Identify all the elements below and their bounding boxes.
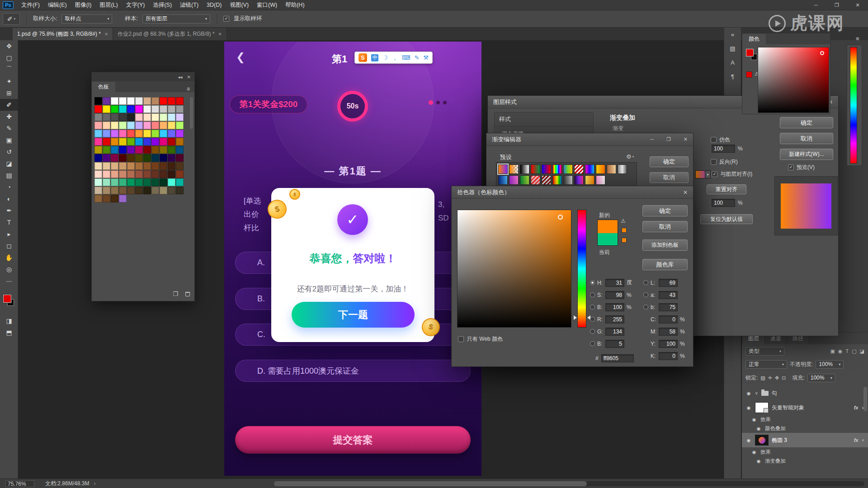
swatch-6-10[interactable]: [176, 146, 184, 154]
swatch-8-0[interactable]: [94, 162, 102, 170]
web-color-swatch[interactable]: [622, 238, 627, 243]
current-tool-button[interactable]: ✐ ▾: [3, 13, 20, 25]
swatch-11-8[interactable]: [160, 187, 167, 194]
swatch-4-5[interactable]: [135, 130, 143, 137]
tool-more-tools[interactable]: ⋯: [0, 275, 18, 287]
menu-item-3D(D)[interactable]: 3D(D): [203, 0, 226, 10]
swatch-10-1[interactable]: [103, 178, 110, 186]
swatch-6-6[interactable]: [143, 146, 151, 154]
tool-hand[interactable]: ✋: [0, 252, 18, 263]
swatch-3-7[interactable]: [151, 122, 159, 129]
red-radio[interactable]: [590, 317, 595, 322]
ime-toolbar[interactable]: S 中☽，⌨✎⚒: [354, 52, 433, 64]
layer-filter-dropdown[interactable]: 类型 ▾: [745, 347, 784, 356]
swatch-12-3[interactable]: [119, 195, 127, 202]
swatch-3-8[interactable]: [160, 122, 167, 129]
sample-size-dropdown[interactable]: 取样点 ▾: [61, 14, 112, 23]
window-maximize-button[interactable]: ❐: [826, 0, 847, 10]
lock-image-icon[interactable]: ✛: [768, 375, 772, 381]
gradient-preset-1[interactable]: [498, 164, 508, 174]
swatch-0-4[interactable]: [127, 97, 135, 105]
swatch-8-6[interactable]: [143, 162, 151, 170]
swatch-11-7[interactable]: [151, 187, 159, 194]
add-to-swatches-button[interactable]: 添加到色板: [642, 239, 688, 251]
swatch-6-3[interactable]: [119, 146, 127, 154]
swatch-12-0[interactable]: [94, 195, 102, 202]
swatch-7-0[interactable]: [94, 154, 102, 162]
swatch-12-2[interactable]: [111, 195, 118, 202]
field-lab-l[interactable]: 69: [659, 279, 678, 287]
visibility-eye-icon[interactable]: ◉: [745, 438, 752, 443]
tool-type[interactable]: T: [0, 216, 18, 228]
swatch-2-2[interactable]: [111, 113, 118, 121]
swatch-5-9[interactable]: [168, 138, 175, 145]
swatch-0-10[interactable]: [176, 97, 184, 105]
zoom-level-field[interactable]: 75.76%: [5, 480, 34, 487]
gradient-swatch[interactable]: ▾: [695, 170, 711, 178]
lab-l-radio[interactable]: [643, 280, 648, 285]
swatch-4-3[interactable]: [119, 130, 127, 137]
swatch-7-3[interactable]: [119, 154, 127, 162]
menu-item-文件(F)[interactable]: 文件(F): [17, 0, 44, 10]
swatch-2-9[interactable]: [168, 113, 175, 121]
tool-clone-stamp[interactable]: ▣: [0, 134, 18, 146]
dialog-titlebar[interactable]: 拾色器（色标颜色） ✕: [452, 186, 693, 199]
swatch-2-1[interactable]: [103, 113, 110, 121]
swatch-4-10[interactable]: [176, 130, 184, 137]
panel-menu-icon[interactable]: ≡: [182, 86, 194, 92]
menu-item-文字(Y)[interactable]: 文字(Y): [122, 0, 149, 10]
layer-row-效果[interactable]: ◉效果: [742, 447, 868, 456]
swatch-5-0[interactable]: [94, 138, 102, 145]
saturation-radio[interactable]: [590, 292, 595, 297]
visibility-eye-icon[interactable]: ◉: [755, 459, 762, 464]
swatch-8-7[interactable]: [151, 162, 159, 170]
swatch-0-5[interactable]: [135, 97, 143, 105]
swatch-3-10[interactable]: [176, 122, 184, 129]
menu-item-图像(I)[interactable]: 图像(I): [71, 0, 96, 10]
swatch-4-8[interactable]: [160, 130, 167, 137]
tool-path-select[interactable]: ▸: [0, 228, 18, 240]
hex-field[interactable]: ff8605: [601, 354, 634, 362]
blend-mode-dropdown[interactable]: 正常 ▾: [745, 360, 787, 369]
swatch-8-9[interactable]: [168, 162, 175, 170]
swatch-9-9[interactable]: [168, 170, 175, 178]
swatch-5-6[interactable]: [143, 138, 151, 145]
preview-checkbox[interactable]: ✓: [788, 164, 794, 170]
show-sampling-ring-checkbox[interactable]: ✓: [223, 16, 229, 22]
collapse-panel-icon[interactable]: ◂◂: [178, 75, 183, 80]
gradient-preset-13[interactable]: [498, 175, 508, 185]
swatch-10-6[interactable]: [143, 178, 151, 186]
tool-healing-brush[interactable]: ✚: [0, 111, 18, 122]
swatch-3-4[interactable]: [127, 122, 135, 129]
visibility-eye-icon[interactable]: ◉: [745, 405, 752, 410]
swatch-9-7[interactable]: [151, 170, 159, 178]
swatch-7-6[interactable]: [143, 154, 151, 162]
swatch-1-1[interactable]: [103, 105, 110, 113]
swatch-6-1[interactable]: [103, 146, 110, 154]
field-lab-a[interactable]: 43: [659, 291, 678, 299]
lab-b-radio[interactable]: [643, 305, 648, 310]
tool-quick-select[interactable]: ✦: [0, 75, 18, 87]
expand-arrow-icon[interactable]: ∨: [755, 391, 758, 395]
gradient-preset-10[interactable]: [596, 164, 605, 174]
gradient-preset-6[interactable]: [552, 164, 562, 174]
dialog-titlebar[interactable]: 渐变编辑器 ─ ❐ ✕: [486, 133, 693, 146]
menu-item-编辑(E)[interactable]: 编辑(E): [44, 0, 71, 10]
gamut-swatch[interactable]: [622, 228, 627, 233]
swatch-2-7[interactable]: [151, 113, 159, 121]
swatch-4-9[interactable]: [168, 130, 175, 137]
swatch-11-2[interactable]: [111, 187, 118, 194]
swatch-10-3[interactable]: [119, 178, 127, 186]
swatch-5-1[interactable]: [103, 138, 110, 145]
swatch-10-4[interactable]: [127, 178, 135, 186]
swatch-1-0[interactable]: [94, 105, 102, 113]
gradient-preset-17[interactable]: [542, 175, 551, 185]
swatch-4-4[interactable]: [127, 130, 135, 137]
menu-item-滤镜(T)[interactable]: 滤镜(T): [176, 0, 203, 10]
reset-alignment-button[interactable]: 重置对齐: [707, 184, 746, 194]
swatch-10-10[interactable]: [176, 178, 184, 186]
new-swatch-icon[interactable]: ❐: [173, 291, 178, 297]
field-hue[interactable]: 31: [605, 279, 624, 287]
menu-item-帮助(H)[interactable]: 帮助(H): [281, 0, 308, 10]
ime-keyboard-icon[interactable]: ⌨: [402, 54, 410, 61]
